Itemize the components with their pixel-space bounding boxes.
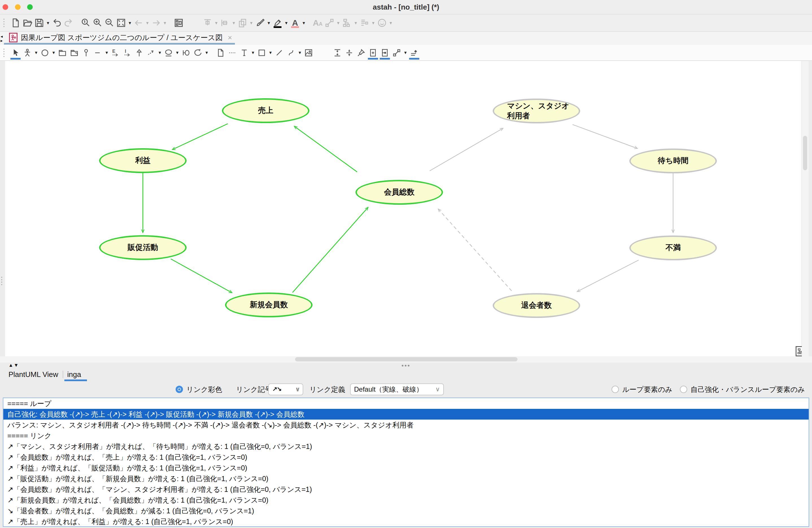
list-row[interactable]: ↘「退会者数」が増えれば、「会員総数」が減る: 1 (自己強化=0, バランス=… [3,505,809,516]
node-newmembers[interactable]: 新規会員数 [225,292,313,317]
font-color-button[interactable]: A [289,17,301,29]
horizontal-scrollbar[interactable] [0,356,812,362]
align-top-button [202,17,214,29]
recursion-tool-dropdown-arrow-icon[interactable]: ▾ [204,46,209,59]
nav-back-button [133,17,145,29]
fit-to-window-button[interactable] [115,17,127,29]
tab-inga[interactable]: inga [67,368,81,381]
horizontal-scrollbar-thumb[interactable] [295,357,518,361]
list-row[interactable]: ↗「会員総数」が増えれば、「売上」が増える: 1 (自己強化=1, バランス=0… [3,452,809,462]
pin-location-button[interactable] [355,46,367,59]
include-tool-button[interactable] [121,46,133,59]
curve-tool-dropdown-arrow-icon[interactable]: ▾ [297,46,303,59]
tab-close-icon[interactable]: × [226,33,232,42]
dotted-line-tool-button[interactable] [227,46,238,59]
generalization-tool-button[interactable] [133,46,145,59]
highlighter-dropdown-arrow-icon[interactable]: ▾ [284,17,289,29]
format-brush-dropdown-arrow-icon[interactable]: ▾ [266,17,272,29]
list-row[interactable]: ↗「マシン、スタジオ利用者」が増えれば、「待ち時間」が増える: 1 (自己強化=… [3,441,809,452]
list-row[interactable]: ===== ループ [3,398,809,409]
tab-scroll-right-icon[interactable]: ▸ [1,39,6,43]
ellipse-tool-button[interactable] [39,46,51,59]
zoom-out-button[interactable] [103,17,115,29]
tab-scroll-buttons[interactable]: ◂ ▸ [1,32,6,44]
package-tool-button[interactable] [57,46,68,59]
node-sales[interactable]: 売上 [222,98,309,123]
embed-frame-button[interactable] [379,46,391,59]
left-panel-splitter-handle[interactable] [1,277,4,285]
pin-tool-button[interactable] [80,46,92,59]
recursion-tool-button[interactable] [192,46,204,59]
distribute-vertical-button[interactable] [332,46,343,59]
link-symbol-select[interactable]: ↗↘ ∨ [268,383,303,395]
polyline-dropdown-arrow-icon[interactable]: ▾ [403,46,408,59]
dependency-tool-button[interactable] [145,46,157,59]
list-row[interactable]: ↗「利益」が増えれば、「販促活動」が増える: 1 (自己強化=1, バランス=0… [3,462,809,473]
text-tool-button[interactable] [238,46,250,59]
node-wait[interactable]: 待ち時間 [629,148,717,173]
drawing-toolbar-drag-handle[interactable] [3,48,8,57]
usecase-tool-dropdown-arrow-icon[interactable]: ▾ [174,46,180,59]
font-color-dropdown-arrow-icon[interactable]: ▾ [301,17,307,29]
node-promo[interactable]: 販促活動 [99,235,187,260]
list-row[interactable]: ===== リンク [3,430,809,441]
structure-panel-button[interactable] [173,17,185,29]
new-file-button[interactable] [10,17,21,29]
line-tool-button[interactable] [92,46,104,59]
curve-tool-button[interactable] [285,46,297,59]
toolbar-drag-handle[interactable] [3,19,8,27]
node-profit[interactable]: 利益 [99,148,187,173]
ellipse-tool-dropdown-arrow-icon[interactable]: ▾ [51,46,57,59]
line-tool-dropdown-arrow-icon[interactable]: ▾ [104,46,110,59]
dependency-tool-dropdown-arrow-icon[interactable]: ▾ [157,46,163,59]
actor-tool-dropdown-arrow-icon[interactable]: ▾ [33,46,39,59]
node-members[interactable]: 会員総数 [356,180,443,205]
node-machine[interactable]: マシン、スタジオ 利用者 [493,99,580,124]
node-leavers[interactable]: 退会者数 [493,293,580,318]
diagonal-line-tool-button[interactable] [273,46,285,59]
vertical-scrollbar[interactable] [802,61,809,356]
list-row[interactable]: ↗「新規会員数」が増えれば、「会員総数」が増える: 1 (自己強化=1, バラン… [3,495,809,505]
pointer-tool-button[interactable] [10,46,21,59]
self-balance-only-radio[interactable] [680,386,687,393]
zoom-in-button[interactable] [91,17,103,29]
image-tool-button[interactable] [303,46,315,59]
highlighter-pen-button[interactable] [272,17,284,29]
usecase-tool-button[interactable] [163,46,174,59]
format-brush-button[interactable] [254,17,266,29]
list-row[interactable]: バランス: マシン、スタジオ利用者 -(↗)-> 待ち時間 -(↗)-> 不満 … [3,419,809,430]
rectangle-tool-dropdown-arrow-icon[interactable]: ▾ [268,46,273,59]
note-tool-button[interactable] [215,46,227,59]
zoom-actual-button[interactable] [79,17,91,29]
zoom-dropdown-arrow-icon[interactable]: ▾ [127,17,133,29]
open-file-button[interactable] [21,17,33,29]
node-complaint[interactable]: 不満 [629,236,717,260]
list-row-selected[interactable]: 自己強化: 会員総数 -(↗)-> 売上 -(↗)-> 利益 -(↗)-> 販促… [3,409,809,419]
save-dropdown-arrow-icon[interactable]: ▾ [45,17,51,29]
connector-style-dropdown-arrow-icon: ▾ [335,17,341,29]
package-note-tool-button[interactable] [68,46,80,59]
link-def-select[interactable]: Default（実線、破線） ∨ [350,383,444,395]
diagram-canvas[interactable] [5,61,801,356]
diagram-tab[interactable]: 因果ループ図 スポーツジムの二つのループ / ユースケース図 × [7,32,234,43]
text-tool-dropdown-arrow-icon[interactable]: ▾ [250,46,256,59]
save-button[interactable] [33,17,45,29]
anchor-tool-button[interactable] [180,46,192,59]
add-frame-button[interactable] [367,46,379,59]
list-row[interactable]: ↗「会員総数」が増えれば、「マシン、スタジオ利用者」が増える: 1 (自己強化=… [3,484,809,495]
line-jump-button[interactable] [408,46,420,59]
panel-splitter[interactable]: ▲▼ ••• [0,362,812,368]
list-row[interactable]: ↗「販促活動」が増えれば、「新規会員数」が増える: 1 (自己強化=1, バラン… [3,473,809,484]
list-row[interactable]: ↗「売上」が増えれば、「利益」が増える: 1 (自己強化=1, バランス=0) [3,516,809,527]
extend-tool-button[interactable] [110,46,121,59]
link-color-radio[interactable] [176,386,183,393]
tab-plantuml-view[interactable]: PlantUML View [9,368,58,381]
rectangle-tool-button[interactable] [256,46,268,59]
tab-scroll-left-icon[interactable]: ◂ [1,34,6,39]
undo-button[interactable] [51,17,63,29]
align-center-vertical-button[interactable] [343,46,355,59]
polyline-button[interactable] [391,46,403,59]
actor-tool-button[interactable] [21,46,33,59]
vertical-scrollbar-thumb[interactable] [803,136,807,170]
loop-only-radio[interactable] [611,386,619,393]
